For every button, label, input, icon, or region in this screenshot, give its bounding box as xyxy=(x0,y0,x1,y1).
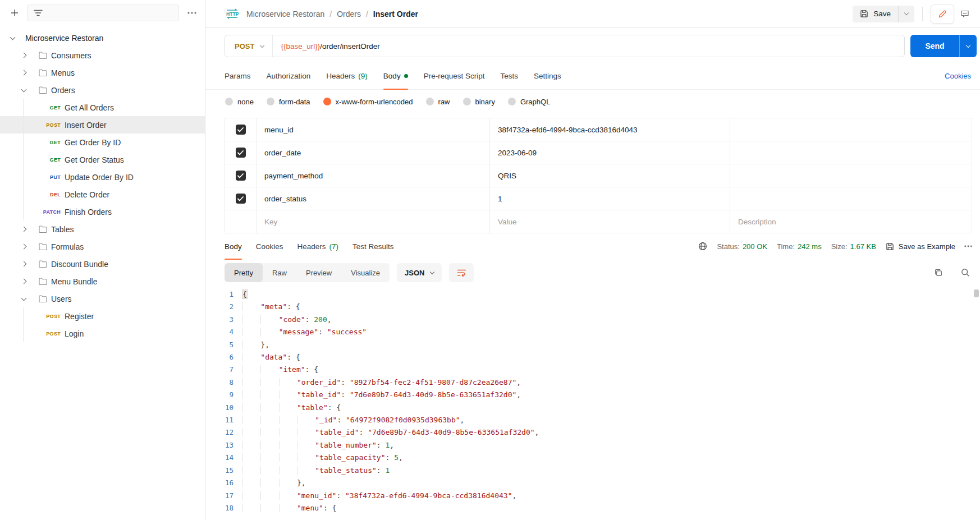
response-tab-cookies[interactable]: Cookies xyxy=(256,233,283,259)
sidebar-item-orders[interactable]: Orders xyxy=(0,81,205,99)
checkbox-checked-icon[interactable] xyxy=(236,171,246,181)
value-cell[interactable]: 38f4732a-efd6-4994-9bca-ccd3816d4043 xyxy=(490,118,730,141)
body-mode-binary[interactable]: binary xyxy=(463,98,495,106)
description-cell[interactable] xyxy=(730,118,972,141)
checkbox-cell[interactable] xyxy=(225,141,257,164)
sidebar-item-formulas[interactable]: Formulas xyxy=(0,238,205,255)
response-body-viewer[interactable]: 1{2 "meta": {3 "code": 200,4 "message": … xyxy=(205,286,980,520)
sidebar-request-login[interactable]: POSTLogin xyxy=(0,325,205,342)
chevron-right-icon[interactable] xyxy=(21,70,27,76)
chevron-down-icon[interactable] xyxy=(21,295,27,301)
sidebar-request-get-order-by-id[interactable]: GETGet Order By ID xyxy=(0,134,205,151)
view-tab-preview[interactable]: Preview xyxy=(296,263,341,282)
checkbox-cell[interactable] xyxy=(225,210,257,233)
sidebar-request-get-all-orders[interactable]: GETGet All Orders xyxy=(0,99,205,116)
sidebar-request-finish-orders[interactable]: PATCHFinish Orders xyxy=(0,203,205,220)
sidebar-item-discount-bundle[interactable]: Discount Bundle xyxy=(0,255,205,273)
response-more-icon[interactable] xyxy=(964,245,972,247)
chevron-right-icon[interactable] xyxy=(21,279,27,284)
body-mode-raw[interactable]: raw xyxy=(426,98,450,106)
chevron-right-icon[interactable] xyxy=(21,227,27,232)
breadcrumb-item[interactable]: Insert Order xyxy=(373,10,418,19)
view-tab-visualize[interactable]: Visualize xyxy=(341,263,390,282)
chevron-down-icon[interactable] xyxy=(21,86,27,92)
key-cell[interactable]: menu_id xyxy=(257,118,490,141)
tab-headers[interactable]: Headers(9) xyxy=(326,63,368,89)
method-badge: GET xyxy=(36,157,61,163)
checkbox-checked-icon[interactable] xyxy=(236,194,246,204)
key-cell[interactable]: Key xyxy=(257,210,490,233)
chevron-right-icon[interactable] xyxy=(21,53,27,58)
sidebar-item-consumers[interactable]: Consumers xyxy=(0,47,205,64)
sidebar-request-delete-order[interactable]: DELDelete Order xyxy=(0,186,205,203)
response-meta: Status:200 OK Time:242 ms Size:1.67 KB S… xyxy=(698,242,972,251)
chevron-right-icon[interactable] xyxy=(21,244,27,250)
sidebar-item-microservice-restoran[interactable]: Microservice Restoran xyxy=(0,29,205,47)
checkbox-cell[interactable] xyxy=(225,118,257,141)
url-input[interactable]: {{base_url}}/order/insertOrder xyxy=(273,42,379,50)
key-cell[interactable]: order_status xyxy=(257,187,490,210)
value-cell[interactable]: Value xyxy=(490,210,730,233)
format-dropdown[interactable]: JSON xyxy=(397,263,442,282)
breadcrumb-item[interactable]: Orders xyxy=(337,10,361,19)
sidebar-request-get-order-status[interactable]: GETGet Order Status xyxy=(0,151,205,168)
value-cell[interactable]: 2023-06-09 xyxy=(490,141,730,164)
response-tab-headers[interactable]: Headers(7) xyxy=(297,233,339,259)
checkbox-cell[interactable] xyxy=(225,164,257,187)
description-cell[interactable] xyxy=(730,187,972,210)
response-tab-test-results[interactable]: Test Results xyxy=(352,233,394,259)
description-cell[interactable] xyxy=(730,141,972,164)
breadcrumb-item[interactable]: Microservice Restoran xyxy=(246,10,324,19)
sidebar-request-insert-order[interactable]: POSTInsert Order xyxy=(0,116,205,134)
checkbox-cell[interactable] xyxy=(225,187,257,210)
view-tab-pretty[interactable]: Pretty xyxy=(225,263,263,282)
copy-button[interactable] xyxy=(934,268,943,277)
sidebar-item-users[interactable]: Users xyxy=(0,290,205,307)
key-cell[interactable]: order_date xyxy=(257,141,490,164)
checkbox-checked-icon[interactable] xyxy=(236,148,246,158)
sidebar-item-menu-bundle[interactable]: Menu Bundle xyxy=(0,273,205,290)
sidebar-request-register[interactable]: POSTRegister xyxy=(0,307,205,325)
body-mode-form-data[interactable]: form-data xyxy=(267,98,310,106)
body-mode-none[interactable]: none xyxy=(225,98,254,106)
cookies-link[interactable]: Cookies xyxy=(945,72,971,80)
value-cell[interactable]: 1 xyxy=(490,187,730,210)
scrollbar-thumb[interactable] xyxy=(974,289,979,297)
chevron-right-icon[interactable] xyxy=(21,261,27,267)
network-globe-icon[interactable] xyxy=(698,242,707,251)
chevron-down-icon[interactable] xyxy=(10,34,16,40)
save-button[interactable]: Save xyxy=(853,6,914,22)
view-tab-raw[interactable]: Raw xyxy=(263,263,296,282)
wrap-lines-button[interactable] xyxy=(449,263,474,282)
send-button[interactable]: Send xyxy=(910,35,977,57)
sidebar-item-menus[interactable]: Menus xyxy=(0,64,205,81)
sidebar-more-icon[interactable] xyxy=(185,6,199,20)
tab-settings[interactable]: Settings xyxy=(534,63,561,89)
value-cell[interactable]: QRIS xyxy=(490,164,730,187)
sidebar-item-tables[interactable]: Tables xyxy=(0,220,205,238)
item-label: Tables xyxy=(51,225,74,234)
key-cell[interactable]: payment_method xyxy=(257,164,490,187)
edit-documentation-button[interactable] xyxy=(931,4,954,24)
tab-params[interactable]: Params xyxy=(225,63,251,89)
send-dropdown-button[interactable] xyxy=(960,35,977,57)
response-tab-body[interactable]: Body xyxy=(225,233,242,259)
description-cell[interactable]: Description xyxy=(730,210,972,233)
tab-pre-request-script[interactable]: Pre-request Script xyxy=(424,63,485,89)
save-as-example-button[interactable]: Save as Example xyxy=(886,242,955,251)
sidebar-request-update-order-by-id[interactable]: PUTUpdate Order By ID xyxy=(0,168,205,186)
tab-body[interactable]: Body xyxy=(383,63,408,89)
save-dropdown-button[interactable] xyxy=(899,6,914,22)
description-cell[interactable] xyxy=(730,164,972,187)
search-button[interactable] xyxy=(961,268,970,277)
tab-authorization[interactable]: Authorization xyxy=(267,63,311,89)
filter-input[interactable] xyxy=(27,4,179,21)
body-mode-graphql[interactable]: GraphQL xyxy=(508,98,550,106)
body-mode-x-www-form-urlencoded[interactable]: x-www-form-urlencoded xyxy=(323,98,413,106)
folder-icon xyxy=(39,243,47,250)
checkbox-checked-icon[interactable] xyxy=(236,125,246,135)
comments-button[interactable] xyxy=(954,4,976,24)
method-dropdown[interactable]: POST xyxy=(225,42,272,50)
new-button[interactable] xyxy=(8,6,21,20)
tab-tests[interactable]: Tests xyxy=(500,63,518,89)
